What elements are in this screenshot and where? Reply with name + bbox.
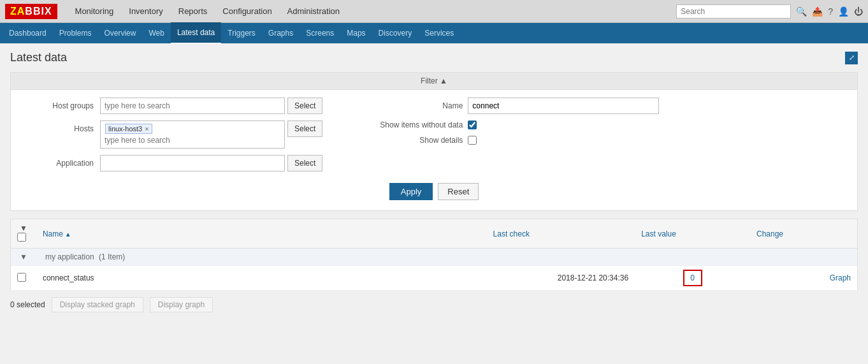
subnav-web[interactable]: Web [142,23,170,43]
nav-administration[interactable]: Administration [280,0,347,23]
filter-header[interactable]: Filter ▲ [11,73,857,90]
th-change: Change [750,219,858,249]
user-icon[interactable]: 👤 [838,6,849,17]
help-icon[interactable]: ? [828,6,833,17]
page-title: Latest data [10,51,67,64]
subnav-latest-data[interactable]: Latest data [171,22,221,44]
show-without-data-checkbox[interactable] [468,120,477,129]
filter-left-col: Host groups Select Hosts linux-host3 [24,98,322,178]
application-input-group: Select [100,155,322,171]
hosts-search-input[interactable] [105,135,280,146]
table-row: connect_status 2018-12-21 20:34:36 0 Gra… [11,266,858,291]
expand-toggle[interactable]: ▼ [17,224,30,233]
row-change: Graph [750,266,858,291]
hosts-input-container[interactable]: linux-host3 × [100,120,285,149]
select-all-checkbox[interactable] [17,233,26,242]
bottom-bar: 0 selected Display stacked graph Display… [10,297,858,312]
filter-right: Name Show items without data Show detail… [361,98,844,145]
th-toggle: ▼ [11,219,36,249]
application-select-button[interactable]: Select [287,155,322,171]
group-count: (1 Item) [99,252,125,261]
subnav-discovery[interactable]: Discovery [372,23,419,43]
subnav-triggers[interactable]: Triggers [221,23,262,43]
row-lastvalue: 0 [635,266,750,291]
subnav-services[interactable]: Services [418,23,460,43]
page-title-bar: Latest data ⤢ [10,51,858,64]
data-table: ▼ Name Last check Last value Change ▼ my… [10,219,858,291]
search-input[interactable] [676,4,791,18]
filter-row-hosts: Hosts linux-host3 × Select [24,120,322,149]
show-without-data-label: Show items without data [361,120,463,129]
hostgroups-select-button[interactable]: Select [287,98,322,114]
top-nav-links: Monitoring Inventory Reports Configurati… [68,0,677,23]
host-tag-remove[interactable]: × [145,125,148,133]
hosts-input-group: linux-host3 × Select [100,120,322,149]
display-graph-button[interactable]: Display graph [150,297,213,312]
graph-link[interactable]: Graph [830,273,851,282]
filter-row-show-without-data: Show items without data [361,120,844,129]
subnav-maps[interactable]: Maps [340,23,372,43]
expand-icon[interactable]: ⤢ [845,52,858,64]
subnav-problems[interactable]: Problems [53,23,98,43]
filter-actions: Apply Reset [24,183,844,200]
row-checkbox-cell [11,266,36,291]
apply-button[interactable]: Apply [389,183,433,200]
nav-reports[interactable]: Reports [171,0,215,23]
logo[interactable]: ZABBIX [5,4,57,19]
share-icon[interactable]: 📤 [812,6,823,17]
filter-row-application: Application Select [24,155,322,171]
filter-panel: Filter ▲ Host groups Select Hosts [10,72,858,211]
group-toggle-cell[interactable]: ▼ [11,249,36,266]
filter-row-hostgroups: Host groups Select [24,98,322,114]
hostgroups-input-group: Select [100,98,322,114]
group-name-cell: my application (1 Item) [36,249,858,266]
sub-navigation: Dashboard Problems Overview Web Latest d… [0,23,868,43]
power-icon[interactable]: ⏻ [854,6,863,17]
group-row-toggle[interactable]: ▼ [20,252,27,261]
hosts-label: Hosts [24,120,100,137]
th-lastvalue[interactable]: Last value [635,219,750,249]
nav-configuration[interactable]: Configuration [215,0,279,23]
subnav-dashboard[interactable]: Dashboard [3,23,53,43]
th-name[interactable]: Name [36,219,487,249]
host-tag-label: linux-host3 [108,125,142,133]
show-details-checkbox[interactable] [468,136,477,145]
application-input[interactable] [100,155,285,171]
show-details-label: Show details [361,136,463,145]
filter-row-name: Name [361,98,844,114]
nav-inventory[interactable]: Inventory [121,0,170,23]
filter-right-col: Name Show items without data Show detail… [322,98,844,145]
host-tag-linux-host3: linux-host3 × [105,124,152,134]
table-header-row: ▼ Name Last check Last value Change [11,219,858,249]
hostgroups-input[interactable] [100,98,285,114]
group-name: my application [45,252,94,261]
hosts-select-button[interactable]: Select [287,120,322,137]
filter-body: Host groups Select Hosts linux-host3 [11,90,857,210]
name-input[interactable] [468,98,659,114]
nav-monitoring[interactable]: Monitoring [68,0,122,23]
subnav-screens[interactable]: Screens [300,23,340,43]
row-name: connect_status [36,266,487,291]
last-value-badge: 0 [683,270,702,286]
filter-two-col: Host groups Select Hosts linux-host3 [24,98,844,178]
reset-button[interactable]: Reset [438,183,479,200]
selected-count: 0 selected [10,300,45,309]
subnav-overview[interactable]: Overview [98,23,142,43]
search-icon[interactable]: 🔍 [796,6,807,17]
group-row: ▼ my application (1 Item) [11,249,858,266]
top-nav-right: 🔍 📤 ? 👤 ⏻ [676,4,863,18]
application-label: Application [24,155,100,171]
name-label: Name [361,101,463,110]
top-navigation: ZABBIX Monitoring Inventory Reports Conf… [0,0,868,23]
hostgroups-label: Host groups [24,98,100,114]
display-stacked-graph-button[interactable]: Display stacked graph [52,297,143,312]
filter-row-show-details: Show details [361,136,844,145]
row-lastcheck: 2018-12-21 20:34:36 [487,266,635,291]
row-checkbox[interactable] [17,273,26,282]
page-content: Latest data ⤢ Filter ▲ Host groups Selec… [0,43,868,320]
subnav-graphs[interactable]: Graphs [262,23,300,43]
th-lastcheck[interactable]: Last check [487,219,635,249]
